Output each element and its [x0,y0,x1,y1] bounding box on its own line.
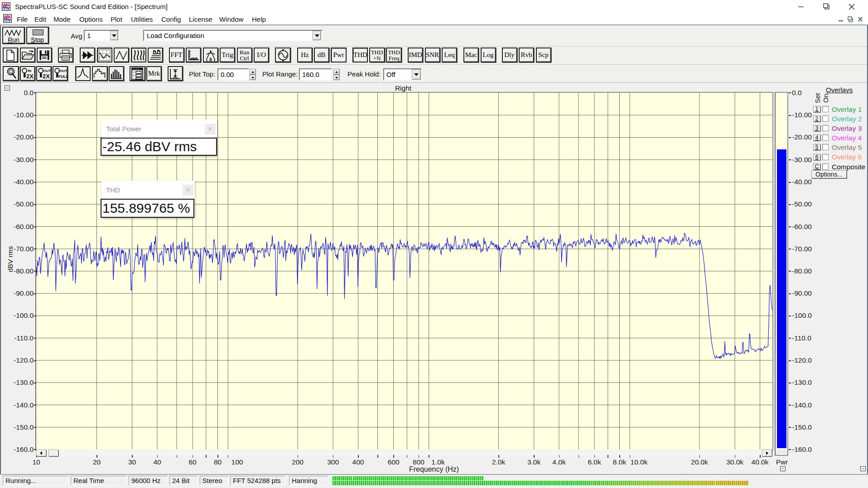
svg-text:IN: IN [28,69,31,73]
svg-text:2X: 2X [43,73,50,80]
svg-text:2X: 2X [26,73,34,80]
svg-text:FULL: FULL [58,74,67,79]
svg-text:OUT: OUT [60,69,68,73]
svg-text:OUT: OUT [43,69,51,73]
